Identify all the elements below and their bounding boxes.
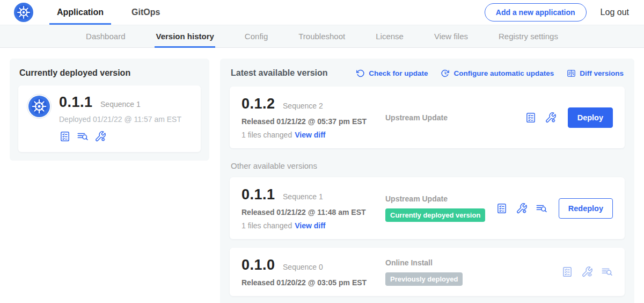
version-source-label: Upstream Update — [385, 194, 496, 203]
subnav-version-history[interactable]: Version history — [156, 25, 214, 47]
sequence-label: Sequence 2 — [283, 102, 323, 110]
version-row-0-1-0: 0.1.0 Sequence 0 Released 01/20/22 @ 03:… — [230, 248, 625, 296]
refresh-icon — [356, 69, 365, 78]
subnav-troubleshoot[interactable]: Troubleshoot — [298, 25, 345, 47]
released-timestamp: Released 01/20/22 @ 03:05 pm EST — [241, 278, 375, 287]
previously-deployed-badge: Previously deployed — [385, 272, 463, 286]
deployed-sequence-label: Sequence 1 — [100, 100, 141, 109]
kubernetes-logo-icon — [14, 3, 33, 22]
app-logo-icon — [27, 94, 52, 119]
top-header: Application GitOps Add a new application… — [0, 0, 644, 25]
configure-automatic-updates-link[interactable]: Configure automatic updates — [441, 69, 554, 78]
edit-config-icon[interactable] — [545, 112, 557, 124]
version-row-0-1-1: 0.1.1 Sequence 1 Released 01/21/22 @ 11:… — [230, 177, 625, 239]
version-number: 0.1.1 — [241, 186, 275, 203]
header-actions: Add a new application Log out — [485, 3, 629, 21]
sequence-label: Sequence 1 — [283, 192, 323, 201]
edit-config-icon[interactable] — [94, 131, 106, 142]
diff-versions-link[interactable]: Diff versions — [567, 69, 624, 78]
deployed-version-card: 0.1.1 Sequence 1 Deployed 01/21/22 @ 11:… — [18, 85, 201, 152]
release-notes-icon[interactable] — [525, 112, 537, 124]
files-changed-label: 1 files changed — [241, 221, 292, 230]
version-number: 0.1.2 — [241, 96, 275, 112]
tab-gitops[interactable]: GitOps — [124, 0, 167, 25]
version-source-label: Upstream Update — [385, 113, 525, 122]
main-content: Currently deployed version 0.1.1 Sequenc… — [0, 48, 644, 303]
check-for-update-link[interactable]: Check for update — [356, 69, 428, 78]
view-diff-link[interactable]: View diff — [295, 131, 325, 139]
version-number: 0.1.0 — [241, 257, 275, 273]
tab-application[interactable]: Application — [49, 0, 111, 25]
available-versions-panel: Latest available version Check for updat… — [220, 59, 634, 303]
files-changed-label: 1 files changed — [241, 131, 292, 139]
deployed-timestamp: Deployed 01/21/22 @ 11:57 am EST — [59, 115, 181, 124]
released-timestamp: Released 01/21/22 @ 11:48 am EST — [241, 208, 375, 217]
logout-link[interactable]: Log out — [601, 8, 629, 17]
version-row-0-1-2: 0.1.2 Sequence 2 Released 01/21/22 @ 05:… — [230, 86, 625, 148]
currently-deployed-card: Currently deployed version 0.1.1 Sequenc… — [10, 59, 209, 161]
auto-update-clock-icon — [441, 69, 450, 78]
currently-deployed-title: Currently deployed version — [19, 68, 201, 78]
diff-icon — [567, 69, 576, 78]
latest-available-title: Latest available version — [231, 68, 328, 78]
tab-gitops-label: GitOps — [131, 8, 160, 17]
release-notes-icon[interactable] — [496, 203, 508, 214]
view-logs-icon[interactable] — [77, 131, 89, 142]
redeploy-button[interactable]: Redeploy — [559, 198, 613, 219]
add-application-button[interactable]: Add a new application — [485, 3, 587, 21]
subnav-config[interactable]: Config — [245, 25, 268, 47]
subnav-view-files[interactable]: View files — [434, 25, 468, 47]
tab-application-label: Application — [57, 8, 104, 17]
subnav-dashboard[interactable]: Dashboard — [86, 25, 125, 47]
release-notes-icon[interactable] — [59, 131, 71, 142]
release-notes-icon[interactable] — [561, 266, 573, 278]
released-timestamp: Released 01/21/22 @ 05:37 pm EST — [241, 117, 375, 126]
deploy-button[interactable]: Deploy — [568, 107, 613, 128]
app-subnav: Dashboard Version history Config Trouble… — [0, 25, 644, 48]
subnav-license[interactable]: License — [376, 25, 404, 47]
other-versions-title: Other available versions — [231, 161, 624, 170]
app-nav: Application GitOps — [49, 0, 180, 25]
view-config-icon[interactable] — [581, 266, 593, 278]
edit-config-icon[interactable] — [516, 203, 528, 214]
view-logs-icon[interactable] — [601, 266, 613, 278]
view-logs-icon[interactable] — [536, 203, 547, 214]
currently-deployed-badge: Currently deployed version — [385, 208, 485, 222]
sequence-label: Sequence 0 — [283, 263, 323, 271]
version-source-label: Online Install — [385, 258, 561, 267]
deployed-version-number: 0.1.1 — [59, 94, 93, 110]
subnav-registry-settings[interactable]: Registry settings — [499, 25, 558, 47]
view-diff-link[interactable]: View diff — [295, 221, 325, 230]
